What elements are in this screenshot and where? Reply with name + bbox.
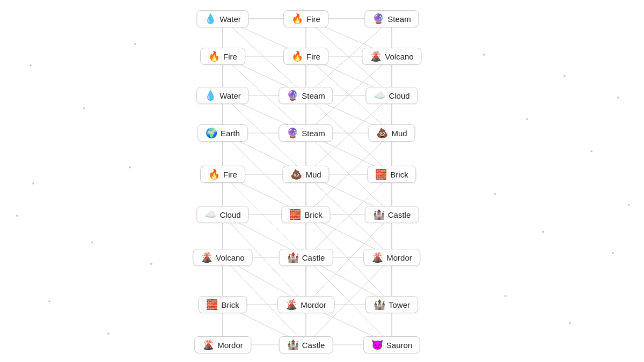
decorative-dot [83, 107, 85, 109]
node-icon: 💧 [204, 14, 216, 24]
node-label: Castle [388, 210, 411, 219]
node-cloud-n16[interactable]: ☁️Cloud [196, 206, 248, 223]
node-label: Cloud [219, 210, 240, 219]
node-earth-n10[interactable]: 🌍Earth [197, 124, 248, 142]
node-castle-n26[interactable]: 🏰Castle [279, 336, 333, 353]
node-castle-n18[interactable]: 🏰Castle [365, 206, 419, 223]
node-label: Sauron [386, 341, 412, 350]
node-volcano-n19[interactable]: 🌋Volcano [193, 249, 252, 266]
node-steam-n11[interactable]: 🔮Steam [279, 124, 333, 142]
node-volcano-n6[interactable]: 🌋Volcano [362, 48, 421, 65]
decorative-dot [617, 97, 619, 99]
node-brick-n22[interactable]: 🧱Brick [198, 296, 247, 313]
node-mud-n12[interactable]: 💩Mud [368, 124, 415, 142]
node-fire-n13[interactable]: 🔥Fire [200, 166, 245, 183]
decorative-dot [564, 75, 566, 77]
node-icon: 🧱 [206, 300, 218, 309]
node-icon: 🌋 [370, 51, 382, 61]
decorative-dot [612, 252, 614, 254]
decorative-dot [494, 193, 496, 195]
node-icon: ☁️ [204, 210, 216, 219]
node-tower-n24[interactable]: 🏰Tower [365, 296, 418, 313]
node-fire-n2[interactable]: 🔥Fire [283, 10, 328, 27]
decorative-dot [542, 231, 544, 233]
node-mordor-n21[interactable]: 🌋Mordor [363, 249, 420, 266]
node-castle-n20[interactable]: 🏰Castle [279, 249, 333, 266]
node-icon: 🔥 [208, 51, 220, 61]
node-label: Mordor [386, 253, 412, 262]
decorative-dot [526, 118, 528, 120]
node-icon: 🏰 [287, 253, 299, 262]
decorative-dot [16, 215, 18, 217]
node-fire-n4[interactable]: 🔥Fire [200, 48, 245, 65]
node-icon: 🌍 [206, 128, 217, 138]
node-label: Fire [223, 52, 237, 61]
decorative-dot [628, 204, 630, 206]
decorative-dot [150, 263, 152, 265]
node-mordor-n23[interactable]: 🌋Mordor [277, 296, 334, 313]
decorative-dot [30, 64, 32, 67]
decorative-dot [504, 295, 507, 297]
node-sauron-n27[interactable]: 😈Sauron [363, 336, 420, 353]
node-label: Tower [389, 300, 410, 309]
node-label: Water [219, 91, 240, 100]
decorative-dot [91, 241, 93, 243]
node-label: Brick [390, 170, 408, 179]
node-icon: 🌋 [202, 340, 214, 350]
node-label: Earth [221, 129, 240, 138]
node-icon: 🔥 [208, 169, 220, 179]
node-label: Cloud [389, 91, 409, 100]
node-label: Volcano [216, 253, 244, 262]
node-steam-n8[interactable]: 🔮Steam [279, 87, 333, 104]
node-label: Brick [221, 300, 239, 309]
decorative-dot [483, 54, 485, 56]
node-label: Fire [306, 14, 320, 24]
node-label: Fire [306, 52, 320, 61]
node-mud-n14[interactable]: 💩Mud [282, 166, 329, 183]
node-icon: 💧 [204, 91, 216, 100]
node-icon: 🔮 [287, 128, 298, 138]
decorative-dot [129, 166, 131, 168]
node-label: Mud [305, 170, 321, 179]
node-mordor-n25[interactable]: 🌋Mordor [194, 336, 251, 353]
node-label: Steam [302, 91, 325, 100]
node-icon: 🔥 [291, 51, 303, 61]
node-water-n7[interactable]: 💧Water [196, 87, 248, 104]
decorative-dot [107, 333, 109, 335]
node-label: Fire [223, 170, 237, 179]
node-icon: 🔮 [372, 14, 384, 24]
node-label: Brick [304, 210, 322, 219]
node-icon: 🧱 [375, 169, 387, 179]
canvas-container: 💧Water🔥Fire🔮Steam🔥Fire🔥Fire🌋Volcano💧Wate… [0, 0, 644, 362]
node-water-n1[interactable]: 💧Water [196, 10, 248, 27]
node-icon: 🏰 [287, 340, 299, 350]
node-label: Water [219, 14, 240, 24]
node-label: Steam [387, 14, 411, 24]
decorative-dot [32, 182, 34, 184]
node-icon: 🌋 [286, 300, 297, 309]
node-fire-n5[interactable]: 🔥Fire [283, 48, 328, 65]
decorative-dot [590, 150, 592, 152]
node-icon: 🔮 [287, 91, 298, 100]
node-label: Mordor [301, 300, 326, 309]
node-cloud-n9[interactable]: ☁️Cloud [365, 87, 418, 104]
decorative-dot [48, 300, 50, 302]
node-icon: 💩 [376, 128, 388, 138]
node-icon: 🧱 [289, 210, 301, 219]
node-icon: 🔥 [291, 14, 303, 24]
node-icon: 😈 [371, 340, 383, 350]
node-label: Steam [302, 129, 325, 138]
node-icon: 🌋 [201, 253, 213, 262]
node-label: Mordor [217, 341, 243, 350]
node-label: Castle [302, 341, 325, 350]
node-brick-n15[interactable]: 🧱Brick [367, 166, 416, 183]
node-brick-n17[interactable]: 🧱Brick [281, 206, 330, 223]
node-icon: 🏰 [374, 300, 385, 309]
decorative-dot [134, 43, 136, 45]
node-icon: ☁️ [374, 91, 385, 100]
node-label: Castle [302, 253, 325, 262]
node-steam-n3[interactable]: 🔮Steam [364, 10, 419, 27]
node-icon: 💩 [290, 169, 302, 179]
node-label: Mud [391, 129, 407, 138]
node-icon: 🌋 [371, 253, 383, 262]
